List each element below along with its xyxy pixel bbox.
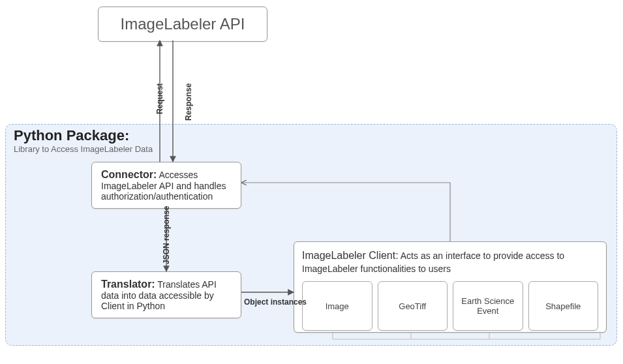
connector-title: Connector: bbox=[101, 169, 157, 180]
client-item-geotiff: GeoTiff bbox=[378, 281, 448, 331]
translator-title: Translator: bbox=[101, 279, 155, 290]
diagram-canvas: Python Package: Library to Access ImageL… bbox=[0, 0, 623, 364]
python-package-subtitle: Library to Access ImageLabeler Data bbox=[14, 144, 157, 155]
translator-box: Translator: Translates API data into dat… bbox=[91, 271, 241, 318]
client-header: ImageLabeler Client: Acts as an interfac… bbox=[302, 249, 598, 275]
client-item-earth-science-event: Earth Science Event bbox=[453, 281, 523, 331]
client-box: ImageLabeler Client: Acts as an interfac… bbox=[294, 241, 607, 333]
api-box: ImageLabeler API bbox=[98, 7, 267, 42]
edge-label-response: Response bbox=[184, 83, 193, 121]
python-package-title: Python Package: bbox=[14, 127, 609, 144]
connector-box: Connector: Accesses ImageLabeler API and… bbox=[91, 162, 241, 209]
edge-label-json-response: JSON response bbox=[162, 206, 171, 264]
edge-label-object-instances: Object instances bbox=[244, 297, 307, 307]
client-items-row: Image GeoTiff Earth Science Event Shapef… bbox=[302, 281, 598, 331]
client-title: ImageLabeler Client: bbox=[302, 250, 399, 261]
api-title: ImageLabeler API bbox=[121, 15, 245, 33]
client-item-shapefile: Shapefile bbox=[528, 281, 599, 331]
edge-label-request: Request bbox=[155, 83, 164, 114]
client-item-image: Image bbox=[302, 281, 372, 331]
